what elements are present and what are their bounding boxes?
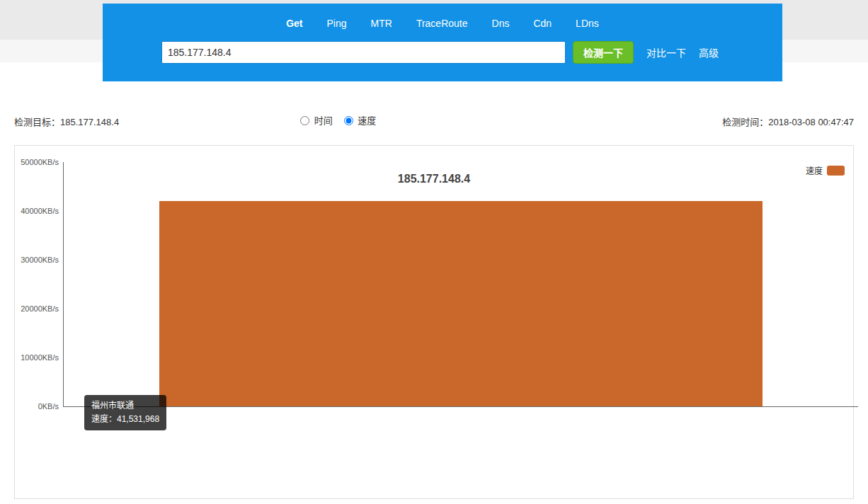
tab-mtr[interactable]: MTR	[371, 18, 392, 29]
target-input[interactable]	[161, 41, 566, 64]
advanced-link[interactable]: 高级	[699, 45, 719, 59]
legend-marker-icon	[827, 166, 845, 176]
radio-time[interactable]: 时间	[300, 113, 333, 127]
speed-chart: 185.177.148.4 速度 50000KB/s 40000KB/s 300…	[14, 145, 854, 499]
y-tick: 40000KB/s	[21, 207, 59, 215]
check-time-info: 检测时间：2018-03-08 00:47:47	[722, 115, 854, 128]
radio-time-input[interactable]	[300, 116, 309, 125]
x-axis-labels	[63, 408, 857, 496]
chart-title: 185.177.148.4	[15, 173, 853, 185]
target-label: 检测目标：	[14, 117, 60, 127]
compare-link[interactable]: 对比一下	[646, 45, 686, 59]
info-bar: 检测目标：185.177.148.4 时间 速度 检测时间：2018-03-08…	[0, 113, 868, 127]
check-time-label: 检测时间：	[722, 117, 768, 127]
tab-get[interactable]: Get	[286, 18, 302, 29]
tab-ldns[interactable]: LDns	[576, 18, 599, 29]
check-button[interactable]: 检测一下	[573, 41, 634, 64]
legend-label: 速度	[806, 164, 823, 176]
tooltip-value: 速度：41,531,968	[91, 413, 159, 426]
plot-area	[63, 162, 858, 407]
chart-tooltip: 福州市联通 速度：41,531,968	[84, 395, 166, 430]
check-time-value: 2018-03-08 00:47:47	[768, 117, 854, 127]
radio-speed-input[interactable]	[344, 116, 353, 125]
header: Get Ping MTR TraceRoute Dns Cdn LDns 检测一…	[103, 4, 782, 81]
chart-legend[interactable]: 速度	[806, 164, 845, 176]
radio-speed[interactable]: 速度	[344, 113, 377, 127]
y-tick: 30000KB/s	[21, 256, 59, 264]
tooltip-title: 福州市联通	[91, 399, 159, 413]
y-tick: 50000KB/s	[21, 158, 59, 166]
y-tick: 20000KB/s	[21, 304, 59, 313]
bars	[64, 162, 858, 406]
bar[interactable]	[159, 201, 763, 406]
tab-dns[interactable]: Dns	[492, 18, 510, 29]
target-value: 185.177.148.4	[60, 117, 119, 127]
radio-speed-label: 速度	[358, 115, 376, 126]
target-info: 检测目标：185.177.148.4	[14, 115, 119, 128]
y-tick: 0KB/s	[38, 402, 59, 411]
bar-slot[interactable]	[64, 162, 858, 406]
y-tick: 10000KB/s	[21, 353, 59, 362]
tab-cdn[interactable]: Cdn	[533, 18, 552, 29]
radio-time-label: 时间	[314, 115, 333, 126]
search-row: 检测一下 对比一下 高级	[103, 41, 782, 64]
tab-ping[interactable]: Ping	[327, 18, 347, 29]
y-axis-labels: 50000KB/s 40000KB/s 30000KB/s 20000KB/s …	[15, 158, 59, 411]
nav-tabs: Get Ping MTR TraceRoute Dns Cdn LDns	[103, 4, 782, 29]
mode-radio-group: 时间 速度	[300, 113, 384, 127]
tab-traceroute[interactable]: TraceRoute	[416, 18, 468, 29]
